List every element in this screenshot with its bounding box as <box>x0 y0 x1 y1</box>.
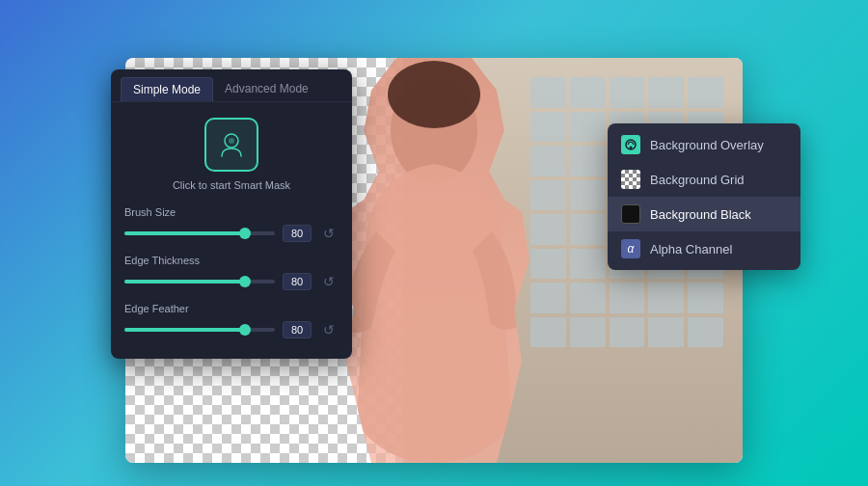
window <box>570 146 606 176</box>
control-panel: Simple Mode Advanced Mode Click to start… <box>111 69 352 359</box>
window <box>530 112 566 143</box>
edge-feather-track[interactable] <box>124 328 275 332</box>
window <box>530 317 566 348</box>
smart-mask-label: Click to start Smart Mask <box>173 179 290 191</box>
overlay-label: Background Overlay <box>650 138 764 152</box>
window <box>530 214 566 245</box>
smart-mask-button[interactable] <box>204 118 258 172</box>
smart-mask-section: Click to start Smart Mask <box>124 118 339 191</box>
window <box>610 77 645 108</box>
svg-point-3 <box>229 138 234 144</box>
menu-item-alpha[interactable]: α Alpha Channel <box>608 231 800 266</box>
edge-feather-thumb[interactable] <box>239 324 251 336</box>
edge-thickness-label: Edge Thickness <box>124 255 339 266</box>
window <box>648 77 684 108</box>
window <box>688 317 723 348</box>
window <box>570 180 606 211</box>
window <box>570 214 606 245</box>
window <box>570 283 606 313</box>
tab-simple[interactable]: Simple Mode <box>121 77 213 101</box>
smart-mask-icon <box>216 129 247 160</box>
window <box>648 283 684 313</box>
svg-point-1 <box>388 61 480 128</box>
brush-size-track[interactable] <box>124 231 275 235</box>
window <box>648 317 684 348</box>
edge-thickness-thumb[interactable] <box>239 276 251 287</box>
brush-size-row: 80 ↺ <box>124 224 339 243</box>
edge-thickness-track[interactable] <box>124 280 275 284</box>
window <box>570 317 606 348</box>
edge-thickness-row: 80 ↺ <box>124 272 339 291</box>
black-icon <box>621 204 640 224</box>
alpha-letter: α <box>628 242 635 256</box>
window <box>530 77 566 108</box>
alpha-label: Alpha Channel <box>650 242 732 256</box>
window <box>688 77 723 108</box>
window <box>530 180 566 211</box>
brush-size-value: 80 <box>283 225 312 242</box>
edge-feather-control: Edge Feather 80 ↺ <box>124 303 339 339</box>
edge-thickness-value: 80 <box>283 273 312 290</box>
svg-point-5 <box>630 147 633 149</box>
panel-tabs: Simple Mode Advanced Mode <box>111 69 352 102</box>
edge-thickness-control: Edge Thickness 80 ↺ <box>124 255 339 291</box>
window <box>530 146 566 176</box>
brush-size-label: Brush Size <box>124 206 339 218</box>
brush-size-control: Brush Size 80 ↺ <box>124 206 339 243</box>
window <box>688 283 723 313</box>
brush-size-fill <box>124 231 245 235</box>
window <box>610 283 645 313</box>
black-label: Background Black <box>650 207 751 222</box>
background-dropdown: Background Overlay Background Grid Backg… <box>608 123 800 270</box>
alpha-icon: α <box>621 239 640 258</box>
edge-feather-reset[interactable]: ↺ <box>319 320 339 339</box>
edge-feather-value: 80 <box>283 321 312 338</box>
window <box>570 249 606 280</box>
edge-thickness-fill <box>124 280 245 284</box>
grid-label: Background Grid <box>650 173 745 187</box>
edge-feather-label: Edge Feather <box>124 303 339 314</box>
menu-item-grid[interactable]: Background Grid <box>608 162 800 197</box>
window <box>570 77 606 108</box>
edge-feather-fill <box>124 328 245 332</box>
brush-size-thumb[interactable] <box>239 228 251 239</box>
menu-item-black[interactable]: Background Black <box>608 197 800 231</box>
tab-advanced[interactable]: Advanced Mode <box>213 77 320 101</box>
overlay-icon <box>621 135 640 154</box>
window <box>530 249 566 280</box>
window <box>610 317 645 348</box>
overlay-icon-svg <box>624 138 637 151</box>
edge-thickness-reset[interactable]: ↺ <box>319 272 339 291</box>
window <box>570 112 606 143</box>
window <box>530 283 566 313</box>
edge-feather-row: 80 ↺ <box>124 320 339 339</box>
panel-body: Click to start Smart Mask Brush Size 80 … <box>111 102 352 359</box>
menu-item-overlay[interactable]: Background Overlay <box>608 127 800 162</box>
grid-icon <box>621 170 640 189</box>
brush-size-reset[interactable]: ↺ <box>319 224 339 243</box>
